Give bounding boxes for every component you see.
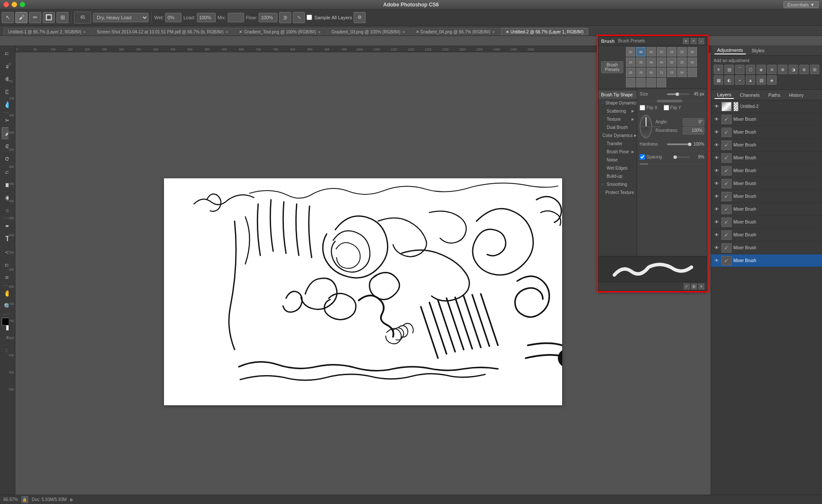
- nav-wet-edges[interactable]: Wet Edges: [599, 164, 637, 172]
- layer-item-10[interactable]: 👁 🖌 Mixer Brush: [711, 229, 822, 242]
- angle-input[interactable]: 0°: [683, 118, 704, 126]
- smooth-btn[interactable]: ∿: [293, 12, 305, 23]
- nav-smoothing[interactable]: ✓ Smoothing: [599, 180, 637, 188]
- brush-swatch-14[interactable]: 25: [626, 68, 635, 77]
- sample-all-layers-label[interactable]: Sample All Layers: [307, 15, 352, 20]
- adj-exposure[interactable]: ⬡: [746, 65, 755, 74]
- brush-presets-btn[interactable]: Brush Presets: [618, 39, 645, 43]
- hardness-slider-track[interactable]: [667, 143, 690, 145]
- layer-eye-4[interactable]: 👁: [714, 155, 720, 161]
- paths-tab[interactable]: Paths: [766, 92, 783, 98]
- brush-swatch-icon-0[interactable]: [688, 68, 697, 77]
- tab-gradient03[interactable]: Gradient_03.png @ 100% (RGB/8#) ✕: [327, 28, 410, 36]
- tab-screenshot[interactable]: Screen Shot 2013-04-12 at 10.01.51 PM.pd…: [92, 28, 233, 36]
- spacing-scroll[interactable]: [640, 163, 704, 165]
- adj-curves[interactable]: ⌒: [735, 65, 745, 74]
- airbrush-btn[interactable]: 🌫: [279, 12, 291, 23]
- main-canvas[interactable]: [164, 178, 562, 405]
- mix-input[interactable]: [228, 13, 244, 22]
- brush-swatch-4[interactable]: 25: [667, 47, 676, 57]
- brush-panel-new[interactable]: +: [691, 38, 697, 44]
- adj-brightness[interactable]: ☀: [714, 65, 723, 74]
- spacing-checkbox[interactable]: [640, 154, 645, 160]
- history-tab[interactable]: History: [786, 92, 806, 98]
- brush-swatch-6[interactable]: 36: [688, 47, 697, 57]
- brush-swatch-1[interactable]: 30: [636, 47, 646, 57]
- brush-swatch-10[interactable]: 36: [657, 57, 666, 67]
- roundness-input[interactable]: 100%: [683, 127, 704, 134]
- adj-selective-color[interactable]: ◈: [767, 75, 777, 85]
- size-scroll[interactable]: [640, 100, 704, 102]
- layer-eye-7[interactable]: 👁: [714, 194, 720, 200]
- adj-photo-filter[interactable]: ⊗: [799, 65, 809, 74]
- tab-close-gt[interactable]: ✕: [318, 30, 321, 34]
- tab-gradient04[interactable]: ✕ Gradient_04.png @ 66.7% (RGB/8#) ✕: [411, 28, 500, 36]
- brush-panel-footer-btn2[interactable]: ⊞: [691, 283, 697, 289]
- layer-eye-1[interactable]: 👁: [714, 116, 720, 122]
- layer-eye-11[interactable]: 👁: [714, 245, 720, 251]
- brush-swatch-13[interactable]: 50: [688, 57, 697, 67]
- zoom-lock-btn[interactable]: 🔒: [21, 496, 28, 503]
- tab-close-screenshot[interactable]: ✕: [225, 30, 229, 34]
- layers-tab[interactable]: Layers: [715, 91, 734, 99]
- nav-dual-brush[interactable]: Dual Brush: [599, 123, 637, 131]
- layer-eye-8[interactable]: 👁: [714, 206, 720, 212]
- adj-color-lookup[interactable]: ▦: [714, 75, 723, 85]
- layer-item-untitled2[interactable]: 👁 Untitled-2: [711, 100, 822, 113]
- layer-item-7[interactable]: 👁 🖌 Mixer Brush: [711, 190, 822, 203]
- brush-swatch-7[interactable]: 25: [626, 57, 635, 67]
- layer-item-4[interactable]: 👁 🖌 Mixer Brush: [711, 152, 822, 164]
- layer-eye-6[interactable]: 👁: [714, 181, 720, 187]
- extra-btn[interactable]: ⚙: [354, 12, 366, 23]
- adj-bw[interactable]: ◑: [789, 65, 798, 74]
- nav-texture[interactable]: Texture ▶: [599, 115, 637, 123]
- flip-y-checkbox[interactable]: [664, 105, 669, 110]
- spacing-slider-track[interactable]: [674, 156, 690, 158]
- move-tool-btn[interactable]: ↖: [2, 12, 14, 23]
- brush-panel-delete[interactable]: −: [698, 38, 704, 44]
- adj-levels[interactable]: ▤: [724, 65, 734, 74]
- layer-eye-10[interactable]: 👁: [714, 232, 720, 238]
- nav-build-up[interactable]: Build-up: [599, 172, 637, 180]
- brush-swatch-15[interactable]: 20: [636, 68, 646, 77]
- nav-protect-texture[interactable]: Protect Texture: [599, 188, 637, 197]
- brush-swatch-16[interactable]: 50: [646, 68, 656, 77]
- brush-swatch-icon-3[interactable]: [646, 78, 656, 87]
- layer-item-12[interactable]: 👁 🖌 Mixer Brush: [711, 254, 822, 267]
- status-arrow-btn[interactable]: ▶: [70, 497, 74, 502]
- brush-swatch-9[interactable]: 36: [646, 57, 656, 67]
- brush-swatch-17[interactable]: 71: [657, 68, 666, 77]
- brush-swatch-8[interactable]: 36: [636, 57, 646, 67]
- tab-close-g04[interactable]: ✕: [492, 30, 495, 34]
- brush-swatch-19[interactable]: 50: [677, 68, 687, 77]
- flip-y-label[interactable]: Flip Y: [664, 105, 681, 110]
- brush-swatch-icon-1[interactable]: [626, 78, 635, 87]
- essentials-button[interactable]: Essentials ▼: [783, 1, 819, 8]
- brush-panel-footer-btn3[interactable]: ≡: [698, 283, 704, 289]
- nav-transfer[interactable]: Transfer: [599, 140, 637, 148]
- brush-swatch-icon-2[interactable]: [636, 78, 646, 87]
- brush-swatch-icon-4[interactable]: [657, 78, 666, 87]
- brush-swatch-0[interactable]: 30: [626, 47, 635, 57]
- maximize-button[interactable]: [20, 2, 25, 7]
- flip-x-checkbox[interactable]: [640, 105, 645, 110]
- layer-item-11[interactable]: 👁 🖌 Mixer Brush: [711, 242, 822, 254]
- layer-eye-5[interactable]: 👁: [714, 168, 720, 174]
- nav-brush-pose[interactable]: Brush Pose ▶: [599, 148, 637, 156]
- brush-swatch-11[interactable]: 32: [667, 57, 676, 67]
- eraser-tool-btn[interactable]: ✏: [29, 12, 41, 23]
- brush-tool-btn[interactable]: 🖌: [15, 12, 27, 23]
- nav-brush-tip-shape[interactable]: Brush Tip Shape: [599, 91, 637, 99]
- brush-presets-button[interactable]: Brush Presets: [601, 61, 623, 73]
- adj-hsl[interactable]: ≋: [767, 65, 777, 74]
- adj-channel-mixer[interactable]: ⊞: [810, 65, 819, 74]
- adj-invert[interactable]: ◐: [724, 75, 734, 85]
- layer-eye-2[interactable]: 👁: [714, 129, 720, 135]
- flow-input[interactable]: [259, 13, 277, 22]
- layer-eye-3[interactable]: 👁: [714, 142, 720, 148]
- adjustments-tab[interactable]: Adjustments: [715, 47, 746, 54]
- brush-panel-expand[interactable]: ≡: [683, 38, 689, 44]
- adj-gradient-map[interactable]: ▧: [756, 75, 766, 85]
- sample-all-layers-checkbox[interactable]: [307, 15, 312, 20]
- minimize-button[interactable]: [12, 2, 17, 7]
